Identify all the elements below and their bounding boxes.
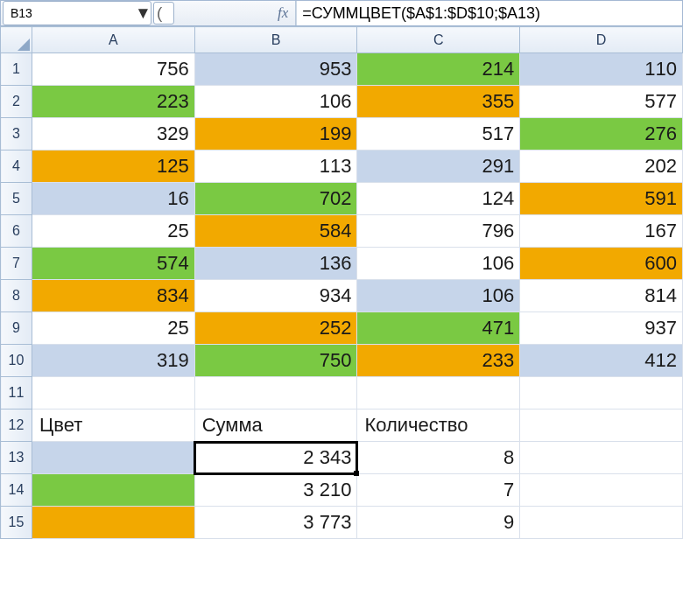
column-header[interactable]: D [520,27,683,53]
spreadsheet-grid[interactable]: ABCD 17569532141102223106355577332919951… [0,26,683,539]
row-header[interactable]: 5 [1,183,32,215]
cell[interactable]: Количество [357,410,520,442]
cell[interactable] [194,377,357,410]
cell[interactable] [520,474,683,507]
cell[interactable]: 113 [194,150,357,183]
cell[interactable] [32,507,194,539]
row-header[interactable]: 14 [1,474,32,507]
cell[interactable]: 136 [194,248,357,280]
cell[interactable]: 756 [32,53,194,86]
cell[interactable]: 125 [32,150,194,183]
cell[interactable]: 276 [520,118,683,150]
cell[interactable]: 8 [357,442,520,474]
row-header[interactable]: 4 [1,150,32,183]
cell[interactable]: 199 [194,118,357,150]
cell[interactable] [32,377,194,410]
select-all-corner[interactable] [1,27,32,53]
formula-text: =СУММЦВЕТ($A$1:$D$10;$A13) [302,4,540,23]
name-box-value: B13 [11,6,135,20]
cell[interactable] [357,377,520,410]
cell[interactable]: 25 [32,312,194,345]
column-header[interactable]: B [194,27,357,53]
row-header[interactable]: 6 [1,215,32,248]
row-header[interactable]: 8 [1,280,32,312]
table-row: 516702124591 [1,183,683,215]
cell[interactable]: 834 [32,280,194,312]
cell[interactable]: 355 [357,86,520,118]
name-box[interactable]: B13 ▼ [3,1,151,25]
cell[interactable] [520,410,683,442]
row-header[interactable]: 7 [1,248,32,280]
cell[interactable]: Сумма [194,410,357,442]
cell[interactable] [520,377,683,410]
cell[interactable]: 252 [194,312,357,345]
table-row: 8834934106814 [1,280,683,312]
row-header[interactable]: 9 [1,312,32,345]
cell[interactable]: Цвет [32,410,194,442]
cell[interactable]: 167 [520,215,683,248]
cell[interactable]: 25 [32,215,194,248]
cell[interactable]: 934 [194,280,357,312]
cell[interactable]: 702 [194,183,357,215]
row-header[interactable]: 13 [1,442,32,474]
cell[interactable]: 124 [357,183,520,215]
formula-input[interactable]: =СУММЦВЕТ($A$1:$D$10;$A13) [296,1,682,25]
formula-bar: B13 ▼ ( fx =СУММЦВЕТ($A$1:$D$10;$A13) [0,0,683,26]
table-row: 4125113291202 [1,150,683,183]
expand-formula-icon[interactable]: ( [153,2,174,24]
cell[interactable] [32,474,194,507]
cell[interactable] [520,442,683,474]
cell[interactable]: 214 [357,53,520,86]
cell[interactable]: 2 343 [194,442,357,474]
cell[interactable]: 796 [357,215,520,248]
cell[interactable]: 106 [357,280,520,312]
table-row: 2223106355577 [1,86,683,118]
row-header[interactable]: 15 [1,507,32,539]
column-header-row: ABCD [1,27,683,53]
cell[interactable]: 291 [357,150,520,183]
cell[interactable]: 412 [520,345,683,377]
cell[interactable]: 233 [357,345,520,377]
table-row: 153 7739 [1,507,683,539]
cell[interactable]: 517 [357,118,520,150]
column-header[interactable]: A [32,27,194,53]
cell[interactable]: 319 [32,345,194,377]
table-row: 3329199517276 [1,118,683,150]
row-header[interactable]: 3 [1,118,32,150]
cell[interactable]: 750 [194,345,357,377]
cell[interactable]: 574 [32,248,194,280]
row-header[interactable]: 10 [1,345,32,377]
cell[interactable] [520,507,683,539]
chevron-down-icon[interactable]: ▼ [135,4,151,23]
row-header[interactable]: 1 [1,53,32,86]
cell[interactable] [32,442,194,474]
cell[interactable]: 953 [194,53,357,86]
cell[interactable]: 471 [357,312,520,345]
row-header[interactable]: 11 [1,377,32,410]
cell[interactable]: 937 [520,312,683,345]
table-row: 10319750233412 [1,345,683,377]
cell[interactable]: 223 [32,86,194,118]
cell[interactable]: 106 [194,86,357,118]
table-row: 1756953214110 [1,53,683,86]
table-row: 7574136106600 [1,248,683,280]
cell[interactable]: 16 [32,183,194,215]
cell[interactable]: 814 [520,280,683,312]
cell[interactable]: 7 [357,474,520,507]
row-header[interactable]: 2 [1,86,32,118]
cell[interactable]: 3 210 [194,474,357,507]
cell[interactable]: 3 773 [194,507,357,539]
cell[interactable]: 591 [520,183,683,215]
column-header[interactable]: C [357,27,520,53]
cell[interactable]: 202 [520,150,683,183]
cell[interactable]: 9 [357,507,520,539]
cell[interactable]: 584 [194,215,357,248]
cell[interactable]: 329 [32,118,194,150]
table-row: 625584796167 [1,215,683,248]
row-header[interactable]: 12 [1,410,32,442]
fx-icon[interactable]: fx [271,1,296,25]
cell[interactable]: 577 [520,86,683,118]
cell[interactable]: 106 [357,248,520,280]
cell[interactable]: 110 [520,53,683,86]
cell[interactable]: 600 [520,248,683,280]
